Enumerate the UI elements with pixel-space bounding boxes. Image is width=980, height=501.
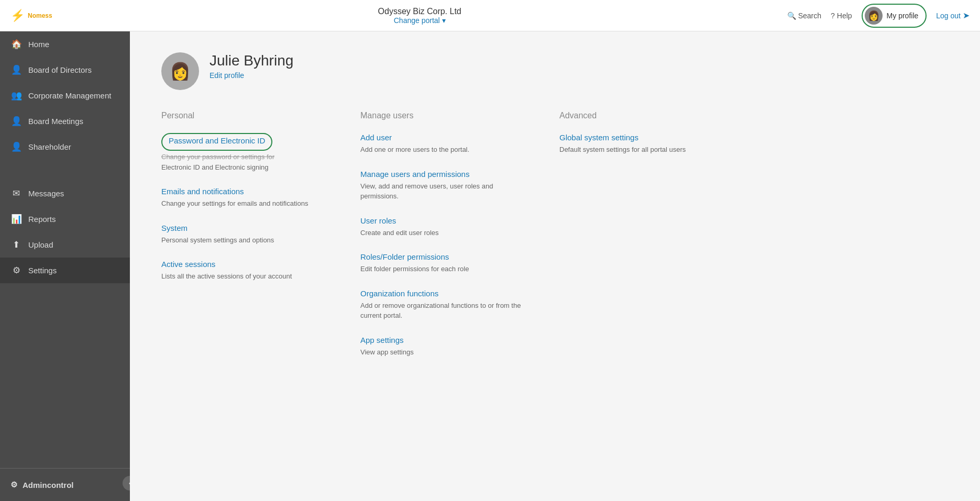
- header-avatar: 👩: [865, 7, 883, 25]
- sidebar-item-board-label: Board of Directors: [28, 65, 92, 74]
- reports-icon: 📊: [10, 214, 22, 225]
- sidebar: 🏠 Home 👤 Board of Directors 👥 Corporate …: [0, 31, 130, 501]
- system-link[interactable]: System: [161, 224, 188, 232]
- active-sessions-item: Active sessions Lists all the active ses…: [161, 260, 329, 282]
- password-desc-strikethrough-text: Change your password or settings for: [161, 153, 274, 161]
- logo-text: Nomess: [28, 12, 52, 19]
- password-electronic-id-desc-strikethrough: Change your password or settings for: [161, 152, 329, 162]
- my-profile-label: My profile: [887, 12, 919, 20]
- global-system-settings-link[interactable]: Global system settings: [559, 133, 638, 142]
- sidebar-item-home-label: Home: [28, 40, 49, 49]
- sidebar-item-corporate-label: Corporate Management: [28, 91, 111, 100]
- roles-folder-permissions-desc: Edit folder permissions for each role: [360, 264, 528, 274]
- user-roles-item: User roles Create and edit user roles: [360, 216, 528, 238]
- header-left: ⚡ Nomess: [10, 9, 52, 23]
- password-circle-highlight: Password and Electronic ID: [161, 133, 272, 151]
- top-header: ⚡ Nomess Odyssey Biz Corp. Ltd Change po…: [0, 0, 980, 31]
- sidebar-item-reports-label: Reports: [28, 215, 56, 224]
- active-sessions-desc: Lists all the active sessions of your ac…: [161, 271, 329, 282]
- settings-grid: Personal Password and Electronic ID Chan…: [161, 111, 949, 372]
- roles-folder-permissions-link[interactable]: Roles/Folder permissions: [360, 252, 449, 261]
- search-link[interactable]: 🔍 Search: [787, 12, 821, 20]
- shareholder-icon: 👤: [10, 141, 22, 152]
- sidebar-item-shareholder[interactable]: 👤 Shareholder: [0, 134, 130, 160]
- logo-icon: ⚡: [10, 9, 25, 23]
- sidebar-item-board-of-directors[interactable]: 👤 Board of Directors: [0, 57, 130, 83]
- help-link[interactable]: ? Help: [831, 12, 852, 20]
- emails-notifications-item: Emails and notifications Change your set…: [161, 187, 329, 209]
- upload-icon: ⬆: [10, 239, 22, 250]
- company-name: Odyssey Biz Corp. Ltd: [378, 7, 461, 16]
- password-electronic-id-item: Password and Electronic ID Change your p…: [161, 133, 329, 172]
- main-content: 👩 Julie Byhring Edit profile Personal Pa…: [130, 31, 980, 501]
- profile-info: Julie Byhring Edit profile: [210, 52, 293, 80]
- global-system-settings-desc: Default system settings for all portal u…: [559, 144, 727, 155]
- edit-profile-link[interactable]: Edit profile: [210, 71, 293, 80]
- help-icon: ?: [831, 12, 835, 20]
- sidebar-item-messages[interactable]: ✉ Messages: [0, 181, 130, 206]
- emails-notifications-link[interactable]: Emails and notifications: [161, 187, 244, 196]
- manage-users-permissions-link[interactable]: Manage users and permissions: [360, 170, 469, 179]
- user-roles-desc: Create and edit user roles: [360, 228, 528, 238]
- manage-users-permissions-item: Manage users and permissions View, add a…: [360, 170, 528, 202]
- add-user-link[interactable]: Add user: [360, 133, 392, 142]
- sidebar-item-settings[interactable]: ⚙ Settings: [0, 258, 130, 283]
- roles-folder-permissions-item: Roles/Folder permissions Edit folder per…: [360, 252, 528, 274]
- sidebar-item-upload[interactable]: ⬆ Upload: [0, 232, 130, 258]
- board-of-directors-icon: 👤: [10, 64, 22, 75]
- my-profile-button[interactable]: 👩 My profile: [862, 4, 927, 28]
- sidebar-item-upload-label: Upload: [28, 240, 53, 249]
- system-desc: Personal system settings and options: [161, 235, 329, 246]
- sidebar-item-meetings-label: Board Meetings: [28, 117, 83, 126]
- home-icon: 🏠: [10, 39, 22, 50]
- password-electronic-id-desc: Electronic ID and Electronic signing: [161, 162, 329, 173]
- personal-title: Personal: [161, 111, 329, 120]
- app-settings-desc: View app settings: [360, 347, 528, 358]
- logo-area: ⚡ Nomess: [10, 9, 52, 23]
- profile-name: Julie Byhring: [210, 52, 293, 69]
- admincontrol-icon: ⚙: [10, 480, 17, 489]
- search-icon: 🔍: [787, 12, 796, 20]
- sidebar-item-settings-label: Settings: [28, 266, 57, 275]
- manage-users-title: Manage users: [360, 111, 528, 120]
- app-settings-item: App settings View app settings: [360, 336, 528, 358]
- manage-users-permissions-desc: View, add and remove users, user roles a…: [360, 181, 528, 202]
- password-electronic-id-link[interactable]: Password and Electronic ID: [169, 136, 265, 145]
- profile-avatar: 👩: [161, 52, 199, 90]
- advanced-title: Advanced: [559, 111, 727, 120]
- sidebar-nav: 🏠 Home 👤 Board of Directors 👥 Corporate …: [0, 31, 130, 468]
- organization-functions-desc: Add or remove organizational functions t…: [360, 300, 528, 321]
- personal-column: Personal Password and Electronic ID Chan…: [161, 111, 329, 372]
- sidebar-item-board-meetings[interactable]: 👤 Board Meetings: [0, 108, 130, 134]
- organization-functions-link[interactable]: Organization functions: [360, 289, 438, 298]
- sidebar-item-shareholder-label: Shareholder: [28, 142, 71, 151]
- advanced-column: Advanced Global system settings Default …: [559, 111, 727, 372]
- sidebar-bottom: ⚙ Admincontrol: [0, 468, 130, 501]
- logout-icon: ➤: [963, 10, 970, 20]
- organization-functions-item: Organization functions Add or remove org…: [360, 289, 528, 321]
- messages-icon: ✉: [10, 188, 22, 199]
- profile-header: 👩 Julie Byhring Edit profile: [161, 52, 949, 90]
- user-roles-link[interactable]: User roles: [360, 216, 396, 225]
- sidebar-item-messages-label: Messages: [28, 189, 64, 198]
- add-user-item: Add user Add one or more users to the po…: [360, 133, 528, 155]
- app-settings-link[interactable]: App settings: [360, 336, 404, 344]
- change-portal-button[interactable]: Change portal ▾: [378, 16, 461, 25]
- emails-notifications-desc: Change your settings for emails and noti…: [161, 198, 329, 209]
- manage-users-column: Manage users Add user Add one or more us…: [360, 111, 528, 372]
- global-system-settings-item: Global system settings Default system se…: [559, 133, 727, 155]
- sidebar-item-reports[interactable]: 📊 Reports: [0, 206, 130, 232]
- main-layout: 🏠 Home 👤 Board of Directors 👥 Corporate …: [0, 31, 980, 501]
- active-sessions-link[interactable]: Active sessions: [161, 260, 215, 269]
- board-meetings-icon: 👤: [10, 116, 22, 127]
- settings-icon: ⚙: [10, 265, 22, 276]
- header-right: 🔍 Search ? Help 👩 My profile Log out ➤: [787, 4, 970, 28]
- logout-link[interactable]: Log out ➤: [936, 10, 970, 20]
- add-user-desc: Add one or more users to the portal.: [360, 144, 528, 155]
- admincontrol-label: ⚙ Admincontrol: [0, 474, 130, 496]
- sidebar-item-corporate-management[interactable]: 👥 Corporate Management: [0, 83, 130, 108]
- sidebar-item-home[interactable]: 🏠 Home: [0, 31, 130, 57]
- avatar-image: 👩: [170, 61, 191, 81]
- system-item: System Personal system settings and opti…: [161, 224, 329, 246]
- corporate-management-icon: 👥: [10, 90, 22, 101]
